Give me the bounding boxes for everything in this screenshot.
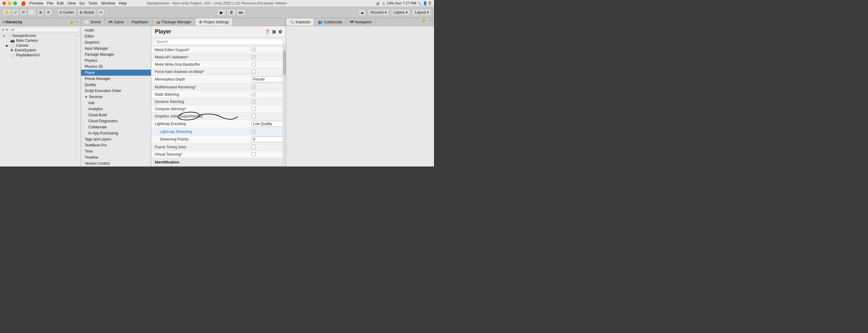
tab-scene[interactable]: ⬜ Scene [81,18,105,26]
settings-search-input[interactable] [154,39,283,45]
history-button[interactable]: ↩ [97,9,105,16]
checkbox-static-batching[interactable] [252,92,255,96]
settings-player[interactable]: Player [81,70,151,76]
tab-inspector[interactable]: 🔍 Inspector [286,18,314,26]
checkbox-graphics-jobs[interactable] [252,114,255,118]
settings-textmesh-pro[interactable]: TextMesh Pro [81,142,151,148]
layers-dropdown[interactable]: Layers ▾ [391,9,410,16]
step-button[interactable]: ⏭ [236,9,246,16]
settings-input-manager[interactable]: Input Manager [81,46,151,52]
checkbox-force-hard-shadows[interactable] [252,70,255,74]
layout-dropdown[interactable]: Layout ▾ [412,9,432,16]
menu-file[interactable]: File [47,1,53,5]
menu-preview[interactable]: Preview [29,1,43,5]
settings-gear-icon[interactable]: ⚙ [278,29,282,34]
label-lightmap-encoding: Lightmap Encoding [155,122,252,126]
collab-button[interactable]: ☁ [358,9,366,16]
pivot-button[interactable]: ⊙ Center [57,9,76,16]
input-streaming-priority[interactable] [252,136,286,142]
settings-script-execution[interactable]: Script Execution Order [81,88,151,94]
sort-button[interactable]: ▾ [6,28,7,31]
close-button[interactable] [2,1,6,5]
settings-tags-layers[interactable]: Tags and Layers [81,136,151,142]
tab-game[interactable]: 🎮 Game [105,18,128,26]
menu-bar: Preview File Edit View Go Tools Window H… [29,1,127,5]
lock-icon[interactable]: 🔓 [69,20,74,24]
checkbox-compute-skinning[interactable] [252,107,255,111]
checkbox-frame-timing-stats[interactable] [252,145,255,149]
tab-navigation[interactable]: 🗺 Navigation [346,18,376,26]
hierarchy-item-samplescene[interactable]: ▼ ⬜ SampleScene ⋯ [0,33,81,38]
settings-time[interactable]: Time [81,148,151,155]
scale-tool[interactable]: ⬜ [28,9,36,16]
menu-view[interactable]: View [67,1,76,5]
settings-panel-title: Player [155,28,171,35]
menu-go[interactable]: Go [80,1,85,5]
checkbox-dynamic-batching[interactable] [252,100,255,104]
scrollbar-thumb[interactable] [283,50,286,75]
settings-editor[interactable]: Editor [81,33,151,39]
hierarchy-item-maincamera[interactable]: 📷 Main Camera [0,38,81,43]
menu-tools[interactable]: Tools [88,1,97,5]
checkbox-metal-write-only[interactable] [252,62,255,66]
rect-tool[interactable]: ⊕ [37,9,44,16]
add-hierarchy-button[interactable]: + [2,27,4,32]
settings-physics-2d[interactable]: Physics 2D [81,63,151,70]
help-icon[interactable]: ❓ [265,29,270,34]
checkbox-lightmap-streaming[interactable] [252,130,255,134]
tab-spacer [233,18,286,26]
checkbox-multithreaded-rendering[interactable] [252,85,255,89]
settings-services[interactable]: ▼Services [81,94,151,100]
hierarchy-search-input[interactable] [9,27,79,32]
tab-collaborate[interactable]: 👥 Collaborate [314,18,346,26]
tab-project-settings[interactable]: ⚙ Project Settings [195,18,233,26]
account-dropdown[interactable]: Account ▾ [368,9,389,16]
settings-options-icon[interactable]: ⊞ [272,29,276,34]
settings-physics[interactable]: Physics [81,57,151,63]
apple-menu[interactable]: 🍎 [21,1,26,6]
settings-version-control[interactable]: Version Control [81,161,151,167]
dropdown-memoryless-depth[interactable]: Forced ▾ [252,76,286,82]
settings-in-app-purchasing[interactable]: In-App Purchasing [81,130,151,136]
settings-cloud-build[interactable]: Cloud Build [81,112,151,118]
rotate-tool[interactable]: ↺ [20,9,27,16]
right-panel-more[interactable]: ⋯ [428,18,434,26]
label-metal-write-only: Metal Write-Only Backbuffer [155,62,252,66]
minimize-button[interactable] [8,1,11,5]
scrollbar-track[interactable] [283,44,286,167]
transform-all-tool[interactable]: ✕ [45,9,52,16]
scene-more[interactable]: ⋯ [76,34,79,37]
right-panel-lock[interactable]: 🔓 [420,18,428,26]
settings-timeline[interactable]: Timeline [81,155,151,161]
play-button[interactable]: ▶ [217,9,226,16]
settings-collaborate[interactable]: Collaborate [81,124,151,130]
coord-button[interactable]: ⊕ Global [78,9,96,16]
settings-cloud-diagnostics[interactable]: Cloud Diagnostics [81,118,151,124]
menu-help[interactable]: Help [119,1,127,5]
maximize-button[interactable] [13,1,17,5]
tab-playmaker[interactable]: PlayMaker [128,18,153,26]
settings-ads[interactable]: Ads [81,100,151,106]
settings-analytics[interactable]: Analytics [81,106,151,112]
checkbox-metal-api-validation[interactable] [252,55,255,59]
value-memoryless-depth: Forced ▾ [252,76,286,82]
more-icon[interactable]: ⋯ [75,20,78,24]
hand-tool[interactable]: ✋ [2,9,11,16]
hierarchy-item-eventsystem[interactable]: ⚙ EventSystem [0,48,81,53]
hierarchy-item-canvas[interactable]: ▶ ⬜ Canvas [0,43,81,48]
settings-audio[interactable]: Audio [81,27,151,33]
checkbox-virtual-texturing[interactable] [252,152,255,156]
settings-preset-manager[interactable]: Preset Manager [81,76,151,82]
settings-quality[interactable]: Quality [81,82,151,88]
tab-package-manager[interactable]: 📦 Package Manager [152,18,195,26]
settings-scroll[interactable]: Metal Editor Support* Metal API Validati… [151,46,286,167]
menu-window[interactable]: Window [101,1,115,5]
move-tool[interactable]: ⤢ [12,9,19,16]
dropdown-lightmap-encoding[interactable]: Low Quality ▾ [252,121,286,127]
hierarchy-item-playmakergui[interactable]: ⬜ PlayMakerGUI [0,53,81,57]
pause-button[interactable]: ⏸ [226,9,236,16]
settings-graphics[interactable]: Graphics [81,39,151,46]
checkbox-metal-editor-support[interactable] [252,48,255,52]
settings-package-manager[interactable]: Package Manager [81,52,151,57]
menu-edit[interactable]: Edit [57,1,63,5]
